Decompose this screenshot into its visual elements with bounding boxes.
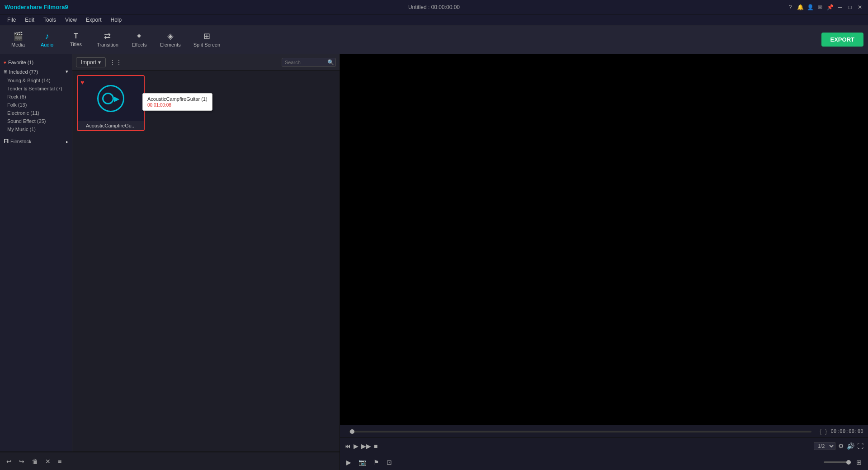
- minimize-button[interactable]: ─: [836, 4, 844, 11]
- toolbar-transition-label: Transition: [97, 42, 118, 47]
- filmstock-icon: 🎞: [4, 139, 9, 144]
- sidebar-favorite[interactable]: ♥ Favorite (1): [0, 58, 72, 67]
- preview-time-display: 00:00:00:00: [830, 428, 863, 434]
- volume-slider[interactable]: [824, 461, 851, 463]
- user-icon[interactable]: 👤: [807, 4, 814, 11]
- media-item-tooltip: AcousticCampfireGuitar (1) 00:01:00:08: [142, 93, 212, 111]
- media-library: ♥ Favorite (1) ⊞ Included (77) ▾ Young &…: [0, 54, 340, 452]
- delete-button[interactable]: 🗑: [30, 457, 40, 466]
- seekbar-bracket-right: }: [825, 428, 827, 435]
- toolbar-audio-label: Audio: [41, 42, 53, 47]
- maximize-button[interactable]: □: [846, 4, 854, 11]
- prev-tool-play-icon[interactable]: ▶: [344, 458, 353, 467]
- preview-volume-icon[interactable]: 🔊: [847, 442, 854, 450]
- preview-fullscreen-icon[interactable]: ⛶: [857, 442, 863, 450]
- export-button[interactable]: EXPORT: [821, 33, 863, 47]
- preview-toolbar: ▶ 📷 ⚑ ⊡ ⊞: [340, 454, 868, 470]
- preview-settings-icon[interactable]: ⚙: [838, 442, 844, 450]
- elements-icon: ◈: [167, 32, 174, 40]
- grid-view-button[interactable]: ⋮⋮: [109, 59, 122, 66]
- notification-icon[interactable]: 🔔: [797, 4, 804, 11]
- preview-play-button[interactable]: ▶: [354, 442, 359, 450]
- preview-controls: ⏮ ▶ ▶▶ ■ 1/2 Full 1/4 ⚙ 🔊 ⛶: [340, 437, 868, 454]
- right-panel: { } 00:00:00:00 ⏮ ▶ ▶▶ ■ 1/2 Full 1/4 ⚙ …: [340, 54, 868, 470]
- toolbar-media[interactable]: 🎬 Media: [5, 30, 32, 49]
- close-button[interactable]: ✕: [856, 4, 863, 11]
- sidebar-item-tender[interactable]: Tender & Sentimental (7): [0, 85, 72, 93]
- sidebar-item-young-bright[interactable]: Young & Bright (14): [0, 76, 72, 85]
- seekbar-handle[interactable]: [350, 429, 354, 434]
- sidebar: ♥ Favorite (1) ⊞ Included (77) ▾ Young &…: [0, 54, 72, 451]
- sidebar-included[interactable]: ⊞ Included (77) ▾: [0, 67, 72, 76]
- preview-stop-button[interactable]: ■: [374, 442, 377, 450]
- sidebar-filmstock-label: Filmstock: [10, 139, 31, 144]
- preview-zoom: 1/2 Full 1/4: [814, 442, 835, 450]
- menu-help[interactable]: Help: [107, 16, 126, 24]
- preview-zoom-select[interactable]: 1/2 Full 1/4: [814, 442, 835, 450]
- import-button[interactable]: Import ▾: [76, 57, 106, 67]
- effects-icon: ✦: [136, 32, 142, 40]
- audio-circle: ▶: [97, 85, 124, 112]
- search-icon[interactable]: 🔍: [327, 59, 334, 66]
- seekbar-row: { } 00:00:00:00: [340, 425, 868, 437]
- sidebar-item-sound-effect[interactable]: Sound Effect (25): [0, 117, 72, 125]
- sidebar-item-rock[interactable]: Rock (6): [0, 93, 72, 101]
- sidebar-item-electronic[interactable]: Electronic (11): [0, 109, 72, 117]
- menu-tools[interactable]: Tools: [40, 16, 60, 24]
- filmstock-expand-icon: ▸: [66, 139, 68, 144]
- volume-handle[interactable]: [846, 460, 851, 465]
- media-item-thumbnail: ♥ ▶: [78, 76, 144, 121]
- audio-play-icon: ▶: [114, 94, 119, 103]
- sidebar-item-folk[interactable]: Folk (13): [0, 101, 72, 109]
- toolbar-audio[interactable]: ♪ Audio: [33, 30, 61, 49]
- menu-edit[interactable]: Edit: [21, 16, 38, 24]
- pin-icon[interactable]: 📌: [826, 4, 834, 11]
- toolbar-elements[interactable]: ◈ Elements: [155, 30, 186, 49]
- preview-prev-frame[interactable]: ⏮: [344, 442, 351, 450]
- cut-button[interactable]: ✕: [43, 457, 52, 466]
- media-grid-area: Import ▾ ⋮⋮ 🔍 ♥: [72, 54, 340, 451]
- toolbar-elements-label: Elements: [160, 42, 181, 47]
- sidebar-included-label: Included (77): [9, 69, 38, 75]
- menu-file[interactable]: File: [4, 16, 19, 24]
- seekbar-bracket-left: {: [820, 428, 821, 435]
- prev-tool-pip-icon[interactable]: ⊡: [385, 458, 394, 467]
- project-title: Untitled : 00:00:00:00: [408, 4, 460, 10]
- favorite-heart-icon: ♥: [80, 79, 84, 86]
- help-icon[interactable]: ?: [787, 4, 794, 11]
- titles-icon: T: [74, 33, 78, 40]
- undo-button[interactable]: ↩: [5, 457, 14, 466]
- menu-view[interactable]: View: [61, 16, 80, 24]
- sidebar-filmstock[interactable]: 🎞 Filmstock ▸: [0, 137, 72, 146]
- titlebar-controls: ? 🔔 👤 ✉ 📌 ─ □ ✕: [787, 4, 863, 11]
- main-area: ♥ Favorite (1) ⊞ Included (77) ▾ Young &…: [0, 54, 868, 470]
- menubar: File Edit Tools View Export Help: [0, 14, 868, 25]
- toolbar: 🎬 Media ♪ Audio T Titles ⇄ Transition ✦ …: [0, 25, 868, 54]
- toolbar-effects-label: Effects: [132, 42, 146, 47]
- search-box: 🔍: [282, 58, 336, 67]
- message-icon[interactable]: ✉: [816, 4, 824, 11]
- toolbar-split-screen[interactable]: ⊞ Split Screen: [188, 30, 226, 49]
- toolbar-transition[interactable]: ⇄ Transition: [91, 30, 124, 49]
- tooltip-duration: 00:01:00:08: [147, 103, 208, 108]
- prev-tool-grid-icon[interactable]: ⊞: [854, 458, 863, 467]
- sidebar-item-my-music[interactable]: My Music (1): [0, 125, 72, 133]
- preview-seekbar[interactable]: [349, 431, 811, 432]
- media-item-wrapper: ♥ ▶ AcousticCampfireGu... AcousticCampfi…: [77, 75, 145, 131]
- prev-tool-screenshot-icon[interactable]: 📷: [357, 458, 368, 467]
- media-icon: 🎬: [13, 32, 23, 40]
- grid-icon: ⊞: [4, 69, 7, 74]
- prev-tool-marker-icon[interactable]: ⚑: [372, 458, 381, 467]
- timeline-controls-bar: ↩ ↪ 🗑 ✕ ≡: [0, 452, 340, 470]
- redo-button[interactable]: ↪: [17, 457, 26, 466]
- list-button[interactable]: ≡: [56, 457, 63, 466]
- media-grid: ♥ ▶ AcousticCampfireGu... AcousticCampfi…: [72, 70, 340, 451]
- preview-next-frame[interactable]: ▶▶: [361, 442, 371, 450]
- toolbar-titles[interactable]: T Titles: [62, 31, 90, 49]
- toolbar-titles-label: Titles: [70, 42, 82, 47]
- transition-icon: ⇄: [104, 32, 111, 40]
- search-input[interactable]: [285, 60, 326, 65]
- menu-export[interactable]: Export: [82, 16, 105, 24]
- toolbar-effects[interactable]: ✦ Effects: [126, 30, 153, 49]
- media-item[interactable]: ♥ ▶ AcousticCampfireGu...: [77, 75, 145, 131]
